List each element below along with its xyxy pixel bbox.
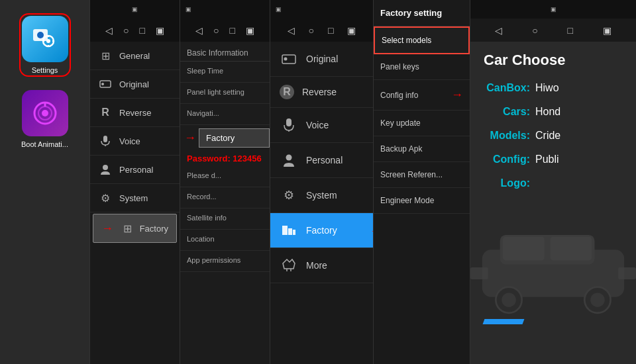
- recent-nav-4[interactable]: □: [328, 25, 333, 36]
- svg-point-21: [286, 155, 292, 161]
- factory-menu-original[interactable]: Original: [270, 42, 373, 77]
- back-nav-4[interactable]: ◁: [288, 25, 295, 36]
- nav-bar-4: ◁ ○ □ ▣: [270, 19, 373, 42]
- home-nav-2[interactable]: ○: [123, 25, 129, 36]
- home-nav-6[interactable]: ○: [532, 25, 537, 36]
- menu-item-system[interactable]: ⚙ System: [90, 184, 180, 212]
- factory-label: Factory: [140, 224, 168, 234]
- config-label: Config:: [484, 154, 530, 165]
- menu-item-personal[interactable]: Personal: [90, 156, 180, 184]
- system-label: System: [119, 193, 148, 203]
- general-label: General: [119, 51, 150, 61]
- personal-label: Personal: [119, 165, 153, 175]
- record-label: Record...: [187, 193, 263, 201]
- factory-key-update[interactable]: Key update: [374, 111, 470, 136]
- factory-red-arrow: →: [101, 222, 113, 236]
- fm-system-label: System: [306, 190, 337, 201]
- menu-item-original[interactable]: Original: [90, 70, 180, 99]
- factory-panel-keys[interactable]: Panel keys: [374, 54, 470, 80]
- factory-settings-header: Factory setting: [374, 0, 470, 26]
- menu-item-factory[interactable]: → ⊞ Factory: [93, 214, 177, 243]
- recent-nav-6[interactable]: □: [567, 25, 572, 36]
- settings-menu-panel: ▣ ◁ ○ □ ▣ ⊞ General Original R Reverse V…: [90, 0, 180, 364]
- factory-backup-apk[interactable]: Backup Apk: [374, 136, 470, 162]
- basic-info-header: Basic Information: [180, 42, 270, 62]
- factory-menu-system[interactable]: ⚙ System: [270, 178, 373, 213]
- sleep-time-label: Sleep Time: [187, 67, 263, 75]
- menu-nav-4[interactable]: ▣: [347, 25, 356, 36]
- factory-highlight-text[interactable]: Factory: [199, 128, 270, 148]
- status-bar-6: ▣: [470, 0, 636, 19]
- recent-nav-2[interactable]: □: [140, 25, 145, 36]
- status-bar-3-icon: ▣: [186, 6, 191, 13]
- home-nav-3[interactable]: ○: [213, 25, 219, 36]
- menu-nav-3[interactable]: ▣: [246, 25, 254, 36]
- factory-panel3-arrow: →: [184, 131, 196, 145]
- cars-label: Cars:: [484, 106, 530, 118]
- svg-rect-14: [103, 136, 107, 142]
- factory-engineer-mode[interactable]: Engineer Mode: [374, 188, 470, 214]
- factory-menu-voice[interactable]: Voice: [270, 108, 373, 143]
- factory-menu-reverse[interactable]: R Reverse: [270, 77, 373, 108]
- settings-app-wrapper[interactable]: Settings: [19, 13, 71, 77]
- config-value: Publi: [535, 154, 559, 165]
- panel-light-section: Panel light setting: [180, 83, 270, 104]
- fm-voice-label: Voice: [306, 120, 329, 130]
- engineer-mode-label: Engineer Mode: [380, 196, 434, 205]
- home-nav-4[interactable]: ○: [309, 25, 314, 36]
- menu-item-reverse[interactable]: R Reverse: [90, 99, 180, 127]
- nav-bar-3: ◁ ○ □ ▣: [180, 19, 270, 42]
- system-icon: ⚙: [98, 191, 113, 205]
- original-icon: [98, 77, 113, 91]
- factory-settings-title: Factory setting: [380, 8, 442, 18]
- fm-more-icon: [280, 256, 298, 275]
- app-permissions-section: App permissions: [180, 251, 270, 272]
- factory-highlight-row: → Factory: [180, 125, 270, 151]
- sleep-time-section: Sleep Time: [180, 62, 270, 83]
- navigati-section: Navigati...: [180, 104, 270, 125]
- factory-config-info[interactable]: Config info →: [374, 80, 470, 111]
- satellite-section: Satellite info: [180, 208, 270, 230]
- factory-menu-personal[interactable]: Personal: [270, 143, 373, 178]
- car-field-models: Models: Cride: [484, 130, 623, 142]
- svg-point-3: [46, 39, 50, 43]
- satellite-label: Satellite info: [187, 214, 263, 222]
- recent-nav-3[interactable]: □: [230, 25, 235, 36]
- boot-animation-wrapper[interactable]: Boot Animati...: [21, 90, 68, 148]
- reverse-icon: R: [98, 105, 113, 120]
- backup-apk-label: Backup Apk: [380, 144, 422, 154]
- fm-factory-label: Factory: [306, 225, 337, 236]
- factory-menu-factory[interactable]: Factory →: [270, 213, 373, 248]
- svg-rect-35: [470, 267, 488, 279]
- car-choose-content: Car Choose CanBox: Hiwo Cars: Hond Model…: [470, 42, 636, 364]
- status-6-icon: ▣: [551, 6, 556, 13]
- status-bar-3: ▣: [180, 0, 270, 19]
- factory-select-models[interactable]: Select models: [374, 26, 470, 54]
- canbox-label: CanBox:: [484, 82, 530, 94]
- svg-point-32: [502, 293, 515, 306]
- svg-point-1: [37, 32, 44, 38]
- menu-item-general[interactable]: ⊞ General: [90, 42, 180, 70]
- screen-ref-label: Screen Referen...: [380, 170, 443, 179]
- back-nav-2[interactable]: ◁: [105, 25, 113, 36]
- menu-nav-6[interactable]: ▣: [603, 25, 611, 36]
- boot-app-icon[interactable]: [22, 90, 68, 136]
- panel-keys-label: Panel keys: [380, 62, 419, 71]
- boot-svg-icon: [31, 99, 59, 127]
- fm-reverse-icon: R: [280, 85, 294, 99]
- menu-nav-2[interactable]: ▣: [156, 25, 164, 36]
- status-bar-signal: ▣: [132, 6, 138, 13]
- status-bar-2: ▣: [90, 0, 180, 19]
- factory-icon: ⊞: [123, 221, 133, 236]
- status-4-icon: ▣: [276, 6, 282, 13]
- fm-more-label: More: [306, 260, 327, 271]
- menu-item-voice[interactable]: Voice: [90, 127, 180, 156]
- fm-system-icon: ⚙: [280, 186, 298, 205]
- factory-screen-ref[interactable]: Screen Referen...: [374, 162, 470, 188]
- settings-app-icon[interactable]: [22, 16, 68, 62]
- factory-menu-more[interactable]: More: [270, 248, 373, 283]
- back-nav-3[interactable]: ◁: [195, 25, 203, 36]
- back-nav-6[interactable]: ◁: [495, 25, 502, 36]
- car-field-canbox: CanBox: Hiwo: [484, 82, 623, 94]
- location-section: Location: [180, 230, 270, 251]
